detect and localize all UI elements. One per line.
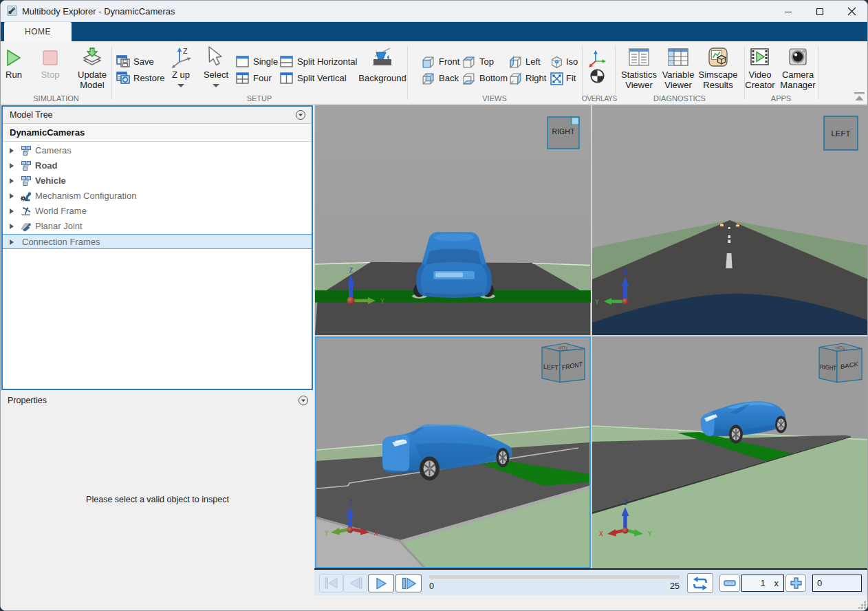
- view-right-icon[interactable]: [509, 72, 522, 85]
- tree-item-planar-joint[interactable]: Planar Joint: [3, 219, 312, 234]
- view-left-button[interactable]: Left: [525, 56, 541, 67]
- view-cube[interactable]: LEFT: [824, 116, 858, 150]
- view-top-button[interactable]: Top: [479, 56, 494, 67]
- expand-arrow-icon[interactable]: [10, 239, 14, 245]
- camera-manager-icon[interactable]: [789, 48, 807, 65]
- run-icon[interactable]: [6, 49, 22, 67]
- save-icon[interactable]: [116, 55, 131, 67]
- statistics-viewer-button[interactable]: Statistics: [621, 69, 657, 80]
- viewport-bottom-left-active[interactable]: Z Y X LEFT FRONT TOP: [315, 336, 591, 568]
- view-right-button[interactable]: Right: [525, 73, 546, 83]
- camera-manager-button[interactable]: Camera: [782, 69, 814, 80]
- update-model-button[interactable]: Update: [78, 69, 107, 80]
- time-slider[interactable]: [429, 575, 680, 579]
- expand-arrow-icon[interactable]: [10, 148, 14, 153]
- four-pane-icon[interactable]: [236, 72, 249, 84]
- variable-viewer-button-line2[interactable]: Viewer: [664, 80, 692, 90]
- scene-perspective-front: Z X Y RIGHT BACK TOP: [592, 336, 868, 568]
- z-up-dropdown-icon[interactable]: [177, 84, 184, 87]
- variable-viewer-button[interactable]: Variable: [662, 69, 695, 80]
- view-iso-icon[interactable]: [550, 56, 563, 69]
- tree-root-node[interactable]: DynamicCameras: [3, 124, 312, 142]
- split-horizontal-button[interactable]: Split Horizontal: [297, 56, 357, 67]
- view-front-icon[interactable]: [422, 56, 435, 69]
- minimize-button[interactable]: [772, 1, 804, 22]
- statistics-viewer-button-line2[interactable]: Viewer: [625, 80, 653, 90]
- step-forward-button[interactable]: [395, 574, 422, 592]
- update-model-icon[interactable]: [83, 47, 102, 68]
- view-bottom-icon[interactable]: [462, 72, 475, 85]
- view-front-button[interactable]: Front: [439, 56, 459, 67]
- expand-arrow-icon[interactable]: [10, 163, 14, 169]
- split-vertical-button[interactable]: Split Vertical: [297, 73, 347, 83]
- tree-item-mechanism-configuration[interactable]: Mechanism Configuration: [3, 189, 312, 204]
- statistics-viewer-icon[interactable]: [629, 48, 649, 66]
- video-creator-button[interactable]: Video: [748, 69, 771, 80]
- section-separator: [818, 46, 818, 100]
- close-button[interactable]: [836, 1, 867, 22]
- restore-icon[interactable]: [116, 72, 131, 84]
- speed-field[interactable]: 1 x: [741, 575, 784, 592]
- restore-button[interactable]: Restore: [133, 73, 165, 83]
- single-pane-icon[interactable]: [236, 56, 249, 67]
- single-pane-button[interactable]: Single: [253, 56, 278, 67]
- view-cube[interactable]: LEFT FRONT TOP: [542, 343, 585, 383]
- background-button[interactable]: Background: [358, 73, 406, 83]
- resize-grip-icon[interactable]: [858, 601, 867, 610]
- expand-arrow-icon[interactable]: [10, 208, 14, 214]
- select-dropdown-icon[interactable]: [213, 84, 219, 87]
- z-up-button[interactable]: Z up: [172, 69, 190, 80]
- simscape-results-icon[interactable]: [708, 47, 728, 67]
- view-back-button[interactable]: Back: [439, 73, 459, 83]
- select-button[interactable]: Select: [204, 69, 228, 80]
- view-iso-button[interactable]: Iso: [566, 56, 578, 67]
- expand-arrow-icon[interactable]: [10, 193, 14, 199]
- viewport-top-left[interactable]: Z Y RIGHT: [315, 105, 591, 335]
- view-top-icon[interactable]: [462, 56, 475, 69]
- time-field[interactable]: 0: [812, 575, 862, 592]
- frames-overlay-icon[interactable]: [588, 50, 607, 67]
- view-fit-icon[interactable]: [550, 72, 563, 85]
- video-creator-icon[interactable]: [750, 48, 769, 65]
- view-cube[interactable]: RIGHT: [547, 117, 579, 149]
- tree-item-road[interactable]: Road: [3, 158, 312, 173]
- tree-item-vehicle[interactable]: Vehicle: [3, 173, 312, 189]
- run-button[interactable]: Run: [6, 69, 22, 80]
- simscape-results-button-line2[interactable]: Results: [703, 80, 733, 90]
- speed-increase-button[interactable]: [785, 575, 806, 592]
- split-vertical-icon[interactable]: [280, 72, 293, 84]
- speed-decrease-button[interactable]: [719, 575, 740, 592]
- expand-arrow-icon[interactable]: [10, 224, 14, 229]
- section-label-simulation: SIMULATION: [1, 94, 111, 103]
- view-back-icon[interactable]: [422, 72, 435, 85]
- video-creator-button-line2[interactable]: Creator: [745, 80, 774, 90]
- camera-manager-button-line2[interactable]: Manager: [780, 80, 815, 90]
- maximize-button[interactable]: [804, 1, 836, 22]
- expand-arrow-icon[interactable]: [10, 178, 14, 184]
- save-button[interactable]: Save: [133, 56, 154, 67]
- play-button[interactable]: [368, 574, 394, 592]
- z-up-icon[interactable]: Z: [170, 47, 193, 69]
- tree-item-world-frame[interactable]: World Frame: [3, 204, 312, 219]
- model-tree-menu-icon[interactable]: [295, 109, 306, 120]
- center-of-mass-overlay-icon[interactable]: [590, 69, 605, 83]
- simscape-results-button[interactable]: Simscape: [698, 69, 737, 80]
- view-cube[interactable]: RIGHT BACK TOP: [819, 343, 862, 383]
- view-bottom-button[interactable]: Bottom: [479, 73, 508, 83]
- viewport-bottom-right[interactable]: Z X Y RIGHT BACK TOP: [592, 336, 868, 568]
- tree-item-cameras[interactable]: Cameras: [3, 143, 312, 158]
- tab-home[interactable]: HOME: [4, 22, 72, 41]
- split-horizontal-icon[interactable]: [280, 56, 293, 67]
- select-icon[interactable]: [206, 46, 226, 68]
- viewport-top-right[interactable]: Z Y LEFT: [592, 105, 868, 335]
- update-model-button-line2[interactable]: Model: [80, 80, 104, 90]
- loop-button[interactable]: [687, 573, 713, 593]
- four-pane-button[interactable]: Four: [253, 73, 272, 83]
- variable-viewer-icon[interactable]: [668, 48, 688, 66]
- view-left-icon[interactable]: [509, 56, 522, 69]
- properties-menu-icon[interactable]: [298, 395, 309, 406]
- background-icon[interactable]: [369, 47, 395, 70]
- view-fit-button[interactable]: Fit: [566, 73, 576, 83]
- tree-item-connection-frames[interactable]: Connection Frames: [3, 234, 312, 249]
- collapse-ribbon-icon[interactable]: [854, 92, 865, 101]
